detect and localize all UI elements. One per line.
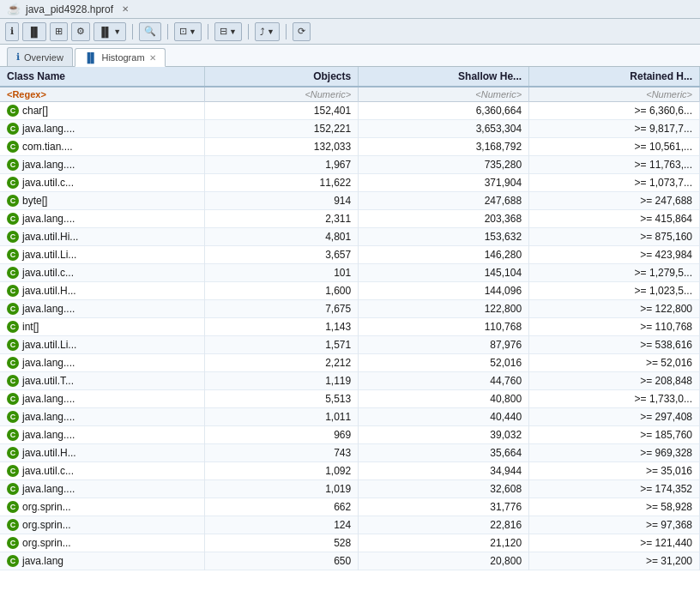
table-row: Cbyte[]914247,688>= 247,688 — [0, 192, 700, 210]
cell-retained-17: >= 297,408 — [529, 408, 700, 426]
table-row: Ccom.tian....132,0333,168,792>= 10,561,.… — [0, 138, 700, 156]
table-row: Cjava.lang....5,51340,800>= 1,733,0... — [0, 390, 700, 408]
cell-objects-24: 528 — [205, 534, 359, 552]
col-header-retained[interactable]: Retained H... — [529, 67, 700, 87]
toolbar: ℹ ▐▌ ⊞ ⚙ ▐▌▼ 🔍 ⊡▼ ⊟▼ ⤴▼ ⟳ — [0, 19, 700, 45]
toolbar-separator-4 — [248, 24, 249, 39]
class-type-icon: C — [7, 321, 19, 333]
cell-class-12: Cint[] — [0, 318, 205, 336]
class-name-label: int[] — [22, 321, 39, 333]
class-name-label: java.util.c... — [22, 465, 74, 477]
filter-objects[interactable]: <Numeric> — [205, 87, 359, 102]
cell-retained-13: >= 538,616 — [529, 336, 700, 354]
cell-retained-1: >= 9,817,7... — [529, 120, 700, 138]
cell-class-0: Cchar[] — [0, 102, 205, 120]
table-filter-row: <Regex> <Numeric> <Numeric> <Numeric> — [0, 87, 700, 102]
class-type-icon: C — [7, 249, 19, 261]
class-type-icon: C — [7, 519, 19, 531]
table-row: Cjava.lang....1,01140,440>= 297,408 — [0, 408, 700, 426]
cell-class-25: Cjava.lang — [0, 552, 205, 570]
table-row: Cchar[]152,4016,360,664>= 6,360,6... — [0, 102, 700, 120]
class-type-icon: C — [7, 195, 19, 207]
cell-class-10: Cjava.util.H... — [0, 282, 205, 300]
class-name-label: java.lang.... — [22, 303, 75, 315]
filter-shallow[interactable]: <Numeric> — [359, 87, 529, 102]
col-header-objects[interactable]: Objects — [205, 67, 359, 87]
cell-class-6: Cjava.lang.... — [0, 210, 205, 228]
table-row: Cjava.lang65020,800>= 31,200 — [0, 552, 700, 570]
tab-histogram[interactable]: ▐▌ Histogram ✕ — [75, 48, 166, 67]
class-type-icon: C — [7, 429, 19, 441]
class-type-icon: C — [7, 123, 19, 135]
export-toolbar-btn[interactable]: ⤴▼ — [255, 22, 280, 41]
filter-class[interactable]: <Regex> — [0, 87, 205, 102]
class-type-icon: C — [7, 177, 19, 189]
cell-class-13: Cjava.util.Li... — [0, 336, 205, 354]
cell-objects-23: 124 — [205, 516, 359, 534]
columns-toolbar-btn[interactable]: ⊟▼ — [214, 22, 242, 41]
file-icon: ☕ — [7, 3, 21, 15]
cell-objects-16: 5,513 — [205, 390, 359, 408]
cell-class-2: Ccom.tian.... — [0, 138, 205, 156]
table-row: Cjava.util.c...101145,104>= 1,279,5... — [0, 264, 700, 282]
file-title: java_pid4928.hprof — [26, 3, 113, 15]
cell-shallow-22: 31,776 — [359, 498, 529, 516]
cell-class-18: Cjava.lang.... — [0, 426, 205, 444]
cell-class-19: Cjava.util.H... — [0, 444, 205, 462]
toolbar-separator-2 — [167, 24, 168, 39]
cell-retained-10: >= 1,023,5... — [529, 282, 700, 300]
class-name-label: java.util.c... — [22, 177, 74, 189]
refresh-toolbar-btn[interactable]: ⟳ — [293, 22, 311, 41]
cell-class-1: Cjava.lang.... — [0, 120, 205, 138]
cell-objects-22: 662 — [205, 498, 359, 516]
histogram-tab-label: Histogram — [101, 52, 144, 63]
class-name-label: java.lang.... — [22, 123, 75, 135]
cell-shallow-23: 22,816 — [359, 516, 529, 534]
table-row: Cjava.lang....2,21252,016>= 52,016 — [0, 354, 700, 372]
table-row: Cjava.util.Li...3,657146,280>= 423,984 — [0, 246, 700, 264]
filter-retained[interactable]: <Numeric> — [529, 87, 700, 102]
search-toolbar-btn[interactable]: 🔍 — [139, 22, 161, 41]
cell-shallow-19: 35,664 — [359, 444, 529, 462]
toolbar-separator-1 — [132, 24, 133, 39]
cell-class-20: Cjava.util.c... — [0, 462, 205, 480]
toolbar-separator-3 — [208, 24, 208, 39]
table-row: Corg.sprin...52821,120>= 121,440 — [0, 534, 700, 552]
class-type-icon: C — [7, 285, 19, 297]
table-row: Cjava.lang....1,01932,608>= 174,352 — [0, 480, 700, 498]
class-type-icon: C — [7, 159, 19, 171]
class-name-label: java.lang.... — [22, 357, 75, 369]
cell-shallow-20: 34,944 — [359, 462, 529, 480]
cell-shallow-7: 153,632 — [359, 228, 529, 246]
grid-toolbar-btn[interactable]: ⊞ — [50, 22, 68, 41]
tab-overview[interactable]: ℹ Overview — [7, 47, 73, 66]
chart-toolbar-btn[interactable]: ▐▌ — [22, 22, 46, 41]
cell-shallow-18: 39,032 — [359, 426, 529, 444]
cell-shallow-25: 20,800 — [359, 552, 529, 570]
cell-shallow-8: 146,280 — [359, 246, 529, 264]
class-name-label: byte[] — [22, 195, 47, 207]
histogram-table-container: Class Name Objects Shallow He... Retaine… — [0, 67, 700, 591]
histogram-tab-close[interactable]: ✕ — [149, 53, 156, 63]
class-name-label: java.lang.... — [22, 159, 75, 171]
col-header-shallow[interactable]: Shallow He... — [359, 67, 529, 87]
info-toolbar-btn[interactable]: ℹ — [5, 22, 19, 41]
cell-objects-6: 2,311 — [205, 210, 359, 228]
title-close-button[interactable]: ✕ — [122, 4, 129, 14]
cell-objects-10: 1,600 — [205, 282, 359, 300]
cell-class-9: Cjava.util.c... — [0, 264, 205, 282]
cell-shallow-5: 247,688 — [359, 192, 529, 210]
table-row: Cjava.util.T...1,11944,760>= 208,848 — [0, 372, 700, 390]
col-header-class[interactable]: Class Name — [0, 67, 205, 87]
class-type-icon: C — [7, 375, 19, 387]
filter-toolbar-btn[interactable]: ⊡▼ — [174, 22, 202, 41]
settings-toolbar-btn[interactable]: ⚙ — [71, 22, 90, 41]
cell-class-23: Corg.sprin... — [0, 516, 205, 534]
class-name-label: java.util.H... — [22, 447, 76, 459]
cell-retained-3: >= 11,763,... — [529, 156, 700, 174]
histogram-toolbar-btn[interactable]: ▐▌▼ — [94, 22, 127, 41]
class-type-icon: C — [7, 357, 19, 369]
cell-retained-22: >= 58,928 — [529, 498, 700, 516]
class-name-label: com.tian.... — [22, 141, 73, 153]
cell-retained-5: >= 247,688 — [529, 192, 700, 210]
